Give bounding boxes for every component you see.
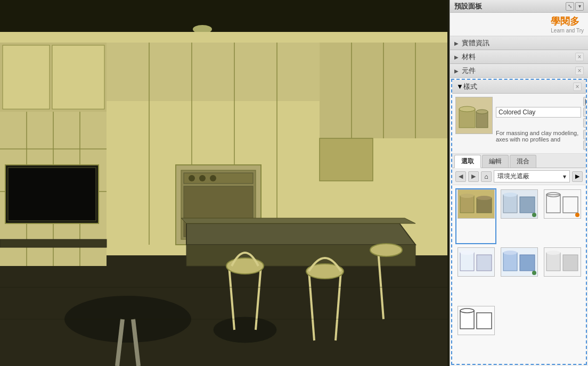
panel-titlebar-buttons: ⤡ ▾ [566,2,584,11]
nav-row: ◀ ▶ ⌂ 環境光遮蔽 ▾ ▶ [452,168,586,185]
nav-dropdown[interactable]: 環境光遮蔽 ▾ [494,170,570,182]
desc-scroll-up[interactable]: ▲ [583,130,587,139]
thumbnail-img-1 [458,189,495,219]
nav-go-button[interactable]: ▶ [572,171,583,182]
tab-edit[interactable]: 編輯 [482,155,509,168]
svg-point-76 [503,251,517,255]
svg-point-50 [370,244,402,256]
tab-select[interactable]: 選取 [454,155,481,168]
section-label-styles: 樣式 [463,82,477,91]
thumbnail-3-dot [575,213,579,217]
svg-rect-78 [546,253,560,271]
thumbnail-img-6 [544,247,581,277]
style-lock-button[interactable]: 🔒 [583,107,587,117]
style-main-thumbnail [455,97,493,134]
thumbnail-3[interactable] [542,188,583,244]
style-save-button[interactable]: 💾 [583,97,587,106]
svg-rect-13 [8,168,96,221]
section-components[interactable]: ▶ 元件 × [450,64,588,78]
style-side-buttons: 💾 🔒 ↻ [583,97,587,128]
logo-sub: Learn and Try [551,28,584,34]
style-preview-area: 💾 🔒 ↻ For massing and clay modeling, axe… [452,94,586,154]
section-close-materials[interactable]: × [575,53,584,61]
thumbnail-1[interactable] [455,188,496,244]
svg-point-33 [210,175,216,181]
thumbnail-img-3 [544,189,581,219]
style-description: For massing and clay modeling, axes with… [496,130,582,150]
section-label-components: 元件 [462,66,476,76]
svg-rect-83 [477,313,492,329]
svg-rect-57 [0,239,107,247]
viewport [0,0,450,366]
svg-rect-72 [460,253,474,271]
svg-point-82 [460,309,474,313]
svg-marker-41 [181,218,415,223]
panel-title: 預設面板 [454,2,482,11]
svg-rect-74 [477,255,492,271]
style-update-button[interactable]: ↻ [583,118,587,128]
svg-point-42 [213,317,277,343]
style-desc-scroll: For massing and clay modeling, axes with… [496,130,587,150]
svg-point-61 [476,110,488,114]
tab-mix[interactable]: 混合 [510,155,536,168]
panel-menu-button[interactable]: ▾ [575,2,584,11]
svg-rect-62 [460,196,474,213]
nav-dropdown-arrow: ▾ [563,173,566,180]
svg-point-67 [503,193,517,197]
svg-point-73 [460,251,474,255]
thumbnails-grid [452,185,586,364]
svg-rect-69 [546,195,560,213]
thumbnail-img-5 [501,247,538,277]
section-label-entity: 實體資訊 [462,38,489,48]
section-label-materials: 材料 [462,52,476,62]
section-entity-info[interactable]: ▶ 實體資訊 [450,36,588,50]
svg-rect-64 [477,198,492,213]
thumbnail-6[interactable] [542,246,583,302]
svg-marker-39 [186,223,415,245]
svg-rect-81 [460,311,474,329]
svg-rect-71 [563,197,578,213]
section-arrow-components: ▶ [454,68,459,74]
svg-point-65 [477,196,492,200]
thumbnail-img-2 [501,189,538,219]
svg-point-59 [459,106,475,112]
styles-header[interactable]: ▼ 樣式 × [452,80,586,94]
svg-rect-54 [320,138,373,181]
style-name-input[interactable] [496,107,581,118]
section-close-components[interactable]: × [575,66,584,75]
nav-back-button[interactable]: ◀ [455,171,466,182]
styles-section: ▼ 樣式 × 💾 [451,79,587,365]
thumbnail-5[interactable] [499,246,540,302]
thumbnail-img-4 [458,247,495,277]
svg-rect-68 [520,197,535,213]
svg-point-31 [189,175,195,181]
svg-point-63 [460,194,474,198]
right-panel: 預設面板 ⤡ ▾ 學閱多 Learn and Try ▶ 實體資訊 ▶ 材料 ×… [450,0,588,366]
thumbnail-4[interactable] [455,246,496,302]
scene-svg [0,0,447,366]
svg-rect-15 [3,45,50,109]
thumbnail-2-dot [532,213,536,217]
thumbnail-img-7 [458,306,495,335]
panel-titlebar: 預設面板 ⤡ ▾ [450,0,588,13]
svg-rect-16 [52,45,104,109]
thumbnail-2[interactable] [499,188,540,244]
section-materials[interactable]: ▶ 材料 × [450,50,588,64]
style-name-row: 💾 🔒 ↻ [496,97,587,128]
scene [0,0,450,366]
logo-text: 學閱多 [551,15,584,28]
svg-rect-75 [503,253,517,271]
logo-area: 學閱多 Learn and Try [450,13,588,36]
style-info: 💾 🔒 ↻ For massing and clay modeling, axe… [496,97,587,150]
section-arrow-entity: ▶ [454,40,459,46]
desc-scroll-down[interactable]: ▼ [583,140,587,150]
nav-home-button[interactable]: ⌂ [481,171,492,182]
thumbnail-7[interactable] [455,305,496,361]
panel-resize-button[interactable]: ⤡ [566,2,574,11]
nav-forward-button[interactable]: ▶ [468,171,479,182]
svg-rect-80 [563,255,578,271]
section-close-styles[interactable]: × [573,82,582,91]
svg-point-79 [546,251,560,255]
section-arrow-materials: ▶ [454,54,459,60]
svg-rect-66 [503,195,517,213]
